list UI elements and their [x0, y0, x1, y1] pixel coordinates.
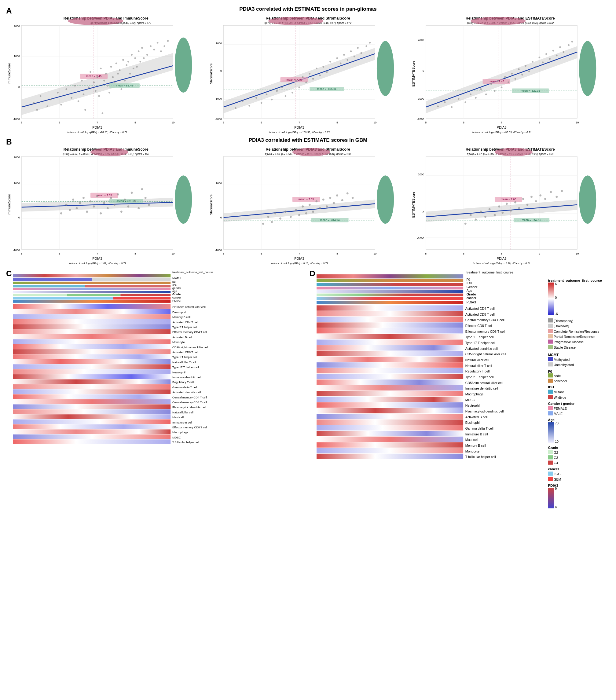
svg-point-253 [131, 192, 133, 194]
svg-point-124 [319, 75, 321, 76]
svg-point-256 [141, 188, 143, 190]
svg-rect-494 [316, 442, 463, 448]
svg-text:1000: 1000 [216, 42, 222, 45]
svg-point-223 [175, 176, 192, 224]
svg-text:Natural killer cell: Natural killer cell [172, 411, 193, 414]
svg-text:PDIA3: PDIA3 [467, 300, 476, 304]
svg-text:cancer: cancer [467, 296, 476, 300]
svg-text:Effector CD8 T cell: Effector CD8 T cell [465, 324, 492, 328]
panel-b-title: PDIA3 correlated with ESTIMATE scores in… [6, 137, 610, 143]
svg-text:In favor of null: log₁₀(BF₀₁) : In favor of null: log₁₀(BF₀₁) = -76.13, … [67, 131, 127, 134]
svg-point-108 [255, 97, 257, 99]
svg-text:In favor of null: log₁₀(BF₀₁) : In favor of null: log₁₀(BF₀₁) = 1.87, r²… [68, 262, 126, 265]
svg-text:CD96bright natural killer cell: CD96bright natural killer cell [172, 346, 208, 349]
svg-rect-376 [13, 274, 171, 278]
svg-rect-578 [548, 488, 554, 509]
panel-c-inner: treatment_outcome_first_course [13, 270, 306, 539]
svg-text:Natural killer cell: Natural killer cell [465, 359, 489, 362]
svg-point-357 [530, 196, 532, 198]
svg-point-21 [33, 102, 35, 104]
svg-point-46 [109, 92, 110, 93]
svg-point-180 [494, 90, 495, 92]
svg-text:GBM: GBM [554, 477, 561, 481]
svg-point-55 [124, 80, 126, 82]
svg-rect-435 [13, 350, 171, 354]
scatter-svg-a2: Relationship between PDIA3 and StromalSc… [208, 13, 407, 134]
svg-rect-391 [67, 294, 121, 296]
svg-point-31 [78, 100, 79, 102]
svg-rect-463 [316, 290, 463, 293]
svg-point-137 [366, 45, 368, 47]
svg-rect-379 [92, 278, 171, 281]
svg-text:Gender: Gender [467, 285, 478, 289]
svg-point-254 [134, 200, 136, 203]
svg-text:0: 0 [555, 296, 557, 299]
svg-text:PDIA3: PDIA3 [496, 257, 507, 261]
svg-point-112 [276, 90, 278, 92]
svg-rect-575 [548, 477, 553, 481]
svg-text:PDIA3: PDIA3 [496, 126, 507, 129]
svg-point-36 [89, 71, 91, 73]
svg-point-291 [271, 221, 273, 223]
svg-point-301 [312, 211, 314, 213]
svg-rect-437 [13, 359, 171, 364]
svg-point-186 [514, 78, 516, 80]
svg-text:Monocyte: Monocyte [172, 341, 185, 344]
svg-text:LGG: LGG [554, 472, 561, 476]
svg-text:-1000: -1000 [215, 97, 222, 100]
svg-point-350 [501, 212, 504, 214]
svg-text:6: 6 [59, 121, 60, 124]
svg-rect-535 [548, 335, 553, 339]
svg-rect-433 [13, 339, 171, 344]
svg-text:T follicular helper cell: T follicular helper cell [465, 455, 496, 459]
svg-text:Monocyte: Monocyte [465, 449, 479, 453]
svg-point-126 [326, 71, 328, 73]
svg-point-173 [458, 98, 460, 100]
svg-rect-482 [316, 374, 463, 379]
svg-rect-469 [316, 301, 463, 304]
svg-text:Activated dendritic cell: Activated dendritic cell [465, 347, 498, 350]
svg-rect-432 [13, 334, 171, 339]
svg-point-66 [143, 58, 145, 59]
svg-rect-447 [13, 410, 171, 414]
svg-rect-537 [548, 340, 553, 344]
svg-text:Effector memory CD8 T cell: Effector memory CD8 T cell [172, 426, 207, 429]
svg-point-347 [488, 208, 490, 211]
scatter-svg-b1: Relationship between PDIA3 and ImmuneSco… [6, 145, 206, 265]
svg-point-52 [119, 70, 121, 71]
svg-point-111 [271, 99, 273, 101]
svg-rect-443 [13, 390, 171, 394]
svg-text:Activated B cell: Activated B cell [465, 415, 488, 419]
svg-point-63 [138, 50, 140, 52]
svg-point-28 [65, 88, 67, 90]
svg-rect-492 [316, 431, 463, 436]
svg-text:Gamma delta T cell: Gamma delta T cell [172, 386, 197, 389]
svg-point-42 [102, 112, 104, 114]
svg-text:PDIA3: PDIA3 [294, 126, 305, 129]
svg-text:8: 8 [539, 121, 540, 124]
svg-text:Regulatory T cell: Regulatory T cell [172, 381, 194, 384]
svg-text:0: 0 [423, 211, 424, 214]
svg-text:-2000: -2000 [417, 237, 424, 240]
svg-point-352 [510, 210, 512, 212]
svg-point-182 [501, 86, 502, 88]
svg-point-351 [506, 203, 508, 205]
svg-rect-529 [548, 319, 553, 323]
svg-point-196 [549, 58, 551, 60]
svg-point-302 [316, 200, 318, 203]
svg-point-107 [249, 105, 251, 107]
svg-text:treatment_outcome_first_course: treatment_outcome_first_course [172, 271, 213, 274]
svg-point-280 [292, 148, 330, 156]
svg-rect-438 [13, 364, 171, 369]
svg-point-30 [74, 85, 76, 87]
svg-text:IDH: IDH [467, 281, 472, 285]
svg-text:ESTIMATEScore: ESTIMATEScore [411, 192, 415, 218]
panel-d-content: D [310, 270, 610, 575]
svg-text:Activated CD4 T cell: Activated CD4 T cell [465, 307, 495, 310]
svg-text:1000: 1000 [14, 182, 20, 185]
svg-point-127 [329, 61, 331, 63]
svg-text:Natural killer T cell: Natural killer T cell [465, 364, 492, 367]
svg-point-106 [242, 100, 243, 102]
svg-rect-568 [548, 455, 553, 460]
svg-point-190 [528, 70, 530, 72]
